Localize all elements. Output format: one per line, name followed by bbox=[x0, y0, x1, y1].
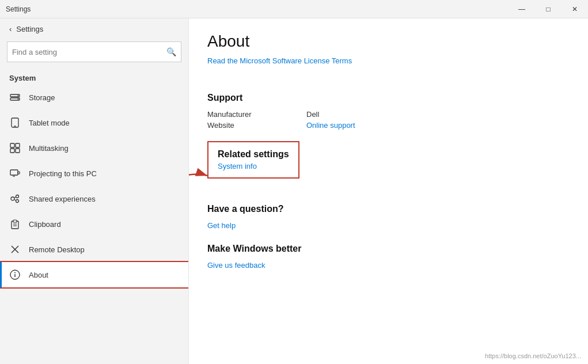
support-section-title: Support bbox=[207, 93, 570, 103]
search-input[interactable] bbox=[12, 48, 166, 56]
svg-rect-9 bbox=[16, 149, 20, 153]
tablet-icon bbox=[9, 117, 21, 128]
related-settings-box: Related settings System info bbox=[207, 141, 299, 179]
sidebar-item-clipboard[interactable]: Clipboard bbox=[0, 211, 188, 237]
question-section: Have a question? Get help bbox=[207, 204, 570, 230]
related-settings-title: Related settings bbox=[218, 149, 289, 160]
sidebar-back-label: Settings bbox=[16, 25, 43, 33]
website-label: Website bbox=[207, 121, 299, 130]
system-info-link[interactable]: System info bbox=[218, 162, 289, 170]
make-better-title: Make Windows better bbox=[207, 244, 570, 254]
app-container: ‹ Settings 🔍 System Storage bbox=[0, 18, 588, 364]
related-settings-area: Related settings System info bbox=[207, 141, 299, 190]
url-hint: https://blog.csdn.net/oZuoYu123... bbox=[485, 352, 581, 359]
shared-experiences-icon bbox=[9, 193, 21, 204]
website-value[interactable]: Online support bbox=[306, 121, 570, 130]
sidebar-item-remote-desktop[interactable]: Remote Desktop bbox=[0, 237, 188, 262]
svg-point-15 bbox=[16, 200, 19, 203]
svg-rect-8 bbox=[10, 149, 14, 153]
multitasking-icon bbox=[9, 142, 21, 154]
make-better-section: Make Windows better Give us feedback bbox=[207, 244, 570, 270]
svg-point-14 bbox=[16, 195, 19, 198]
svg-rect-11 bbox=[18, 172, 20, 174]
sidebar-item-shared-experiences[interactable]: Shared experiences bbox=[0, 186, 188, 211]
svg-point-2 bbox=[18, 95, 19, 96]
svg-line-17 bbox=[14, 200, 17, 201]
multitasking-label: Multitasking bbox=[29, 144, 69, 153]
svg-rect-10 bbox=[10, 170, 18, 175]
search-box[interactable]: 🔍 bbox=[7, 41, 181, 62]
license-link[interactable]: Read the Microsoft Software License Term… bbox=[207, 56, 352, 65]
manufacturer-value: Dell bbox=[306, 110, 570, 119]
manufacturer-label: Manufacturer bbox=[207, 110, 299, 119]
close-button[interactable]: ✕ bbox=[562, 0, 588, 18]
sidebar-item-about[interactable]: About bbox=[0, 262, 188, 287]
svg-rect-19 bbox=[13, 220, 17, 222]
sidebar: ‹ Settings 🔍 System Storage bbox=[0, 18, 189, 364]
tablet-mode-label: Tablet mode bbox=[29, 119, 70, 127]
get-help-link[interactable]: Get help bbox=[207, 221, 570, 230]
sidebar-back[interactable]: ‹ Settings bbox=[0, 18, 188, 39]
search-icon: 🔍 bbox=[166, 47, 176, 56]
svg-point-13 bbox=[11, 197, 14, 200]
svg-line-16 bbox=[14, 197, 17, 198]
maximize-button[interactable]: □ bbox=[535, 0, 562, 18]
page-title: About bbox=[207, 32, 570, 51]
projecting-label: Projecting to this PC bbox=[29, 169, 97, 178]
info-table: Manufacturer Dell Website Online support bbox=[207, 110, 570, 130]
sidebar-section-label: System bbox=[0, 69, 188, 85]
sidebar-item-multitasking[interactable]: Multitasking bbox=[0, 135, 188, 161]
svg-rect-6 bbox=[10, 143, 14, 147]
title-bar: Settings — □ ✕ bbox=[0, 0, 588, 18]
svg-point-3 bbox=[18, 98, 19, 100]
remote-desktop-icon bbox=[9, 244, 21, 255]
remote-desktop-label: Remote Desktop bbox=[29, 245, 85, 254]
title-bar-controls: — □ ✕ bbox=[509, 0, 588, 18]
sidebar-item-storage[interactable]: Storage bbox=[0, 85, 188, 110]
about-icon bbox=[9, 269, 21, 280]
question-section-title: Have a question? bbox=[207, 204, 570, 214]
back-arrow-icon: ‹ bbox=[9, 25, 12, 33]
about-label: About bbox=[29, 271, 48, 279]
svg-rect-7 bbox=[16, 143, 20, 147]
feedback-link[interactable]: Give us feedback bbox=[207, 261, 570, 270]
svg-point-26 bbox=[14, 272, 16, 274]
support-section: Support Manufacturer Dell Website Online… bbox=[207, 93, 570, 130]
minimize-button[interactable]: — bbox=[509, 0, 535, 18]
projecting-icon bbox=[9, 168, 21, 179]
sidebar-item-projecting[interactable]: Projecting to this PC bbox=[0, 161, 188, 186]
clipboard-label: Clipboard bbox=[29, 220, 61, 229]
storage-label: Storage bbox=[29, 93, 55, 102]
shared-experiences-label: Shared experiences bbox=[29, 195, 96, 203]
clipboard-icon bbox=[9, 218, 21, 230]
sidebar-item-tablet-mode[interactable]: Tablet mode bbox=[0, 110, 188, 135]
storage-icon bbox=[9, 92, 21, 103]
title-bar-text: Settings bbox=[6, 5, 31, 13]
main-content: About Read the Microsoft Software Licens… bbox=[189, 18, 588, 364]
